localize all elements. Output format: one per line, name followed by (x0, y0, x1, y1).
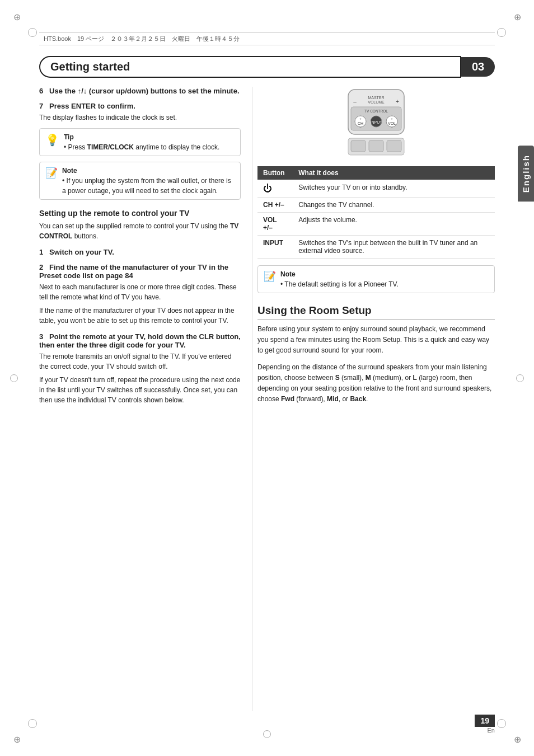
button-table: Button What it does ⏻ Switches your TV o… (257, 166, 495, 259)
note-content-2: Note • The default setting is for a Pion… (280, 269, 399, 289)
tip-label: Tip (64, 133, 74, 141)
crosshair-br (497, 719, 506, 728)
tip-icon: 💡 (45, 133, 59, 147)
page-number-footer: 19 En (475, 715, 495, 734)
table-row: INPUT Switches the TV's input between th… (257, 236, 495, 259)
step2-body2: If the name of the manufacturer of your … (39, 306, 241, 326)
corner-mark-tr: ⊕ (510, 10, 524, 24)
table-row: ⏻ Switches your TV on or into standby. (257, 180, 495, 198)
table-row: CH +/– Changes the TV channel. (257, 198, 495, 213)
step3-body1: The remote transmits an on/off signal to… (39, 351, 241, 372)
room-setup-body1: Before using your system to enjoy surrou… (257, 324, 495, 356)
remote-section-body: You can set up the supplied remote to co… (39, 221, 241, 241)
note-label-2: Note (280, 270, 296, 278)
step3-body2: If your TV doesn't turn off, repeat the … (39, 375, 241, 405)
tv-control-image: MASTER VOLUME – + TV CONTROL + CH – INPU… (331, 87, 421, 159)
step2-heading: 2 Find the name of the manufacturer of y… (39, 263, 241, 280)
top-bar-text: HTS.book 19 ページ ２０３年２月２５日 火曜日 午後１時４５分 (44, 35, 240, 42)
right-column: MASTER VOLUME – + TV CONTROL + CH – INPU… (252, 87, 495, 711)
step6-heading: 6 Use the ↑/↓ (cursor up/down) buttons t… (39, 87, 241, 95)
main-content: 6 Use the ↑/↓ (cursor up/down) buttons t… (39, 87, 495, 711)
btn-power: ⏻ (257, 180, 293, 198)
crosshair-left-mid (10, 374, 18, 382)
svg-text:MASTER: MASTER (368, 96, 384, 100)
corner-mark-bl: ⊕ (10, 732, 24, 746)
svg-rect-19 (369, 140, 383, 152)
language-tab: English (518, 145, 534, 201)
tip-box: 💡 Tip • Press TIMER/CLOCK anytime to dis… (39, 128, 241, 156)
step1-heading: 1 Switch on your TV. (39, 248, 241, 256)
svg-rect-18 (351, 140, 366, 152)
header-bar: Getting started 03 (39, 56, 495, 78)
btn-ch: CH +/– (257, 198, 293, 213)
room-setup-heading: Using the Room Setup (257, 304, 495, 320)
top-bar: HTS.book 19 ページ ２０３年２月２５日 火曜日 午後１時４５分 (39, 32, 495, 45)
note-icon-1: 📝 (45, 167, 58, 179)
note-box-2: 📝 Note • The default setting is for a Pi… (257, 265, 495, 293)
step7-heading: 7 Press ENTER to confirm. (39, 102, 241, 110)
left-column: 6 Use the ↑/↓ (cursor up/down) buttons t… (39, 87, 252, 711)
btn-vol-desc: Adjusts the volume. (293, 213, 495, 236)
col-whatitdoes-header: What it does (293, 166, 495, 180)
room-setup-body2: Depending on the distance of the surroun… (257, 362, 495, 405)
page-title: Getting started (39, 56, 461, 78)
svg-text:+: + (396, 98, 399, 105)
crosshair-bl (28, 719, 37, 728)
note-content-1: Note • If you unplug the system from the… (62, 166, 235, 196)
col-button-header: Button (257, 166, 293, 180)
svg-text:CH: CH (358, 121, 363, 125)
svg-text:TV CONTROL: TV CONTROL (364, 109, 388, 113)
svg-text:VOL: VOL (388, 121, 396, 125)
page-num-box: 19 (475, 715, 495, 727)
svg-text:+: + (391, 117, 393, 120)
crosshair-right-mid (516, 374, 524, 382)
page-lang: En (475, 727, 495, 734)
button-table-header: Button What it does (257, 166, 495, 180)
btn-vol: VOL +/– (257, 213, 293, 236)
button-table-body: ⏻ Switches your TV on or into standby. C… (257, 180, 495, 259)
tip-content: Tip • Press TIMER/CLOCK anytime to displ… (64, 132, 219, 152)
btn-ch-desc: Changes the TV channel. (293, 198, 495, 213)
table-row: VOL +/– Adjusts the volume. (257, 213, 495, 236)
btn-input-desc: Switches the TV's input between the buil… (293, 236, 495, 259)
svg-text:VOLUME: VOLUME (368, 100, 385, 104)
svg-rect-20 (387, 140, 401, 152)
crosshair-bottom-center (263, 730, 271, 738)
corner-mark-br: ⊕ (510, 732, 524, 746)
note-icon-2: 📝 (264, 270, 276, 283)
btn-input: INPUT (257, 236, 293, 259)
step2-body1: Next to each manufacturer is one or more… (39, 282, 241, 302)
step3-heading: 3 Point the remote at your TV, hold down… (39, 332, 241, 349)
corner-mark-tl: ⊕ (10, 10, 24, 24)
crosshair-tr (497, 28, 506, 37)
step7-body: The display flashes to indicate the cloc… (39, 112, 241, 123)
svg-text:INPUT: INPUT (371, 120, 383, 124)
svg-text:+: + (359, 117, 362, 120)
note-box-1: 📝 Note • If you unplug the system from t… (39, 162, 241, 200)
btn-power-desc: Switches your TV on or into standby. (293, 180, 495, 198)
remote-section-heading: Setting up the remote to control your TV (39, 209, 241, 218)
crosshair-tl (28, 28, 37, 37)
page-number-header: 03 (461, 57, 495, 77)
note-label-1: Note (62, 167, 77, 175)
svg-text:–: – (353, 98, 357, 105)
